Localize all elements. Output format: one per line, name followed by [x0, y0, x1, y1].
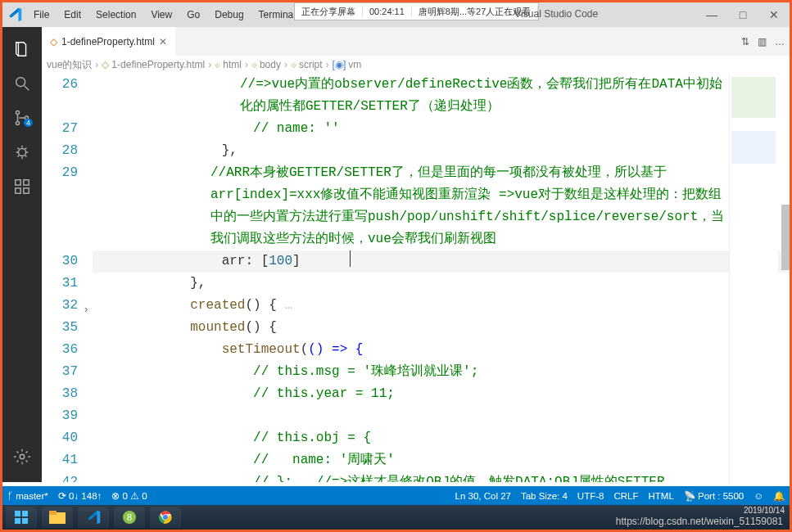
- code-line: //=>vue内置的observer/defineRective函数，会帮我们把…: [93, 74, 790, 118]
- code-line: mounted() {: [93, 317, 790, 339]
- live-server-port[interactable]: 📡 Port : 5500: [684, 490, 744, 502]
- menu-view[interactable]: View: [144, 4, 179, 25]
- svg-rect-12: [22, 511, 28, 516]
- line-number: 36: [42, 339, 78, 361]
- breadcrumb: vue的知识 › ◇1-defineProperty.html › ⟐html …: [42, 56, 790, 74]
- menu-go[interactable]: Go: [180, 4, 206, 25]
- minimap[interactable]: [729, 74, 778, 482]
- debug-icon[interactable]: [2, 135, 42, 169]
- svg-rect-6: [16, 180, 20, 185]
- chrome-icon[interactable]: [150, 507, 181, 528]
- breadcrumb-html[interactable]: ⟐html: [215, 59, 242, 70]
- line-number: 28: [42, 140, 78, 162]
- vscode-logo-icon: [2, 2, 27, 27]
- fold-chevron-icon[interactable]: ›: [83, 299, 89, 321]
- line-number: 32›: [42, 295, 78, 317]
- svg-point-10: [20, 454, 25, 459]
- svg-point-0: [16, 78, 25, 87]
- git-sync[interactable]: ⟳ 0↓ 148↑: [58, 490, 102, 502]
- svg-rect-16: [49, 511, 57, 515]
- git-branch[interactable]: ᚶ master*: [7, 491, 48, 501]
- line-number: 27: [42, 118, 78, 140]
- share-status-strip: 正在分享屏幕 00:24:11 唐明辉8期...等27人正在观看: [294, 2, 539, 20]
- code-line-active: arr: [100]: [93, 250, 790, 273]
- editor[interactable]: 26 27 28 29 30 31 32› 35 36 37 38 39 40 …: [42, 74, 790, 482]
- app-icon[interactable]: 8: [114, 507, 145, 528]
- svg-rect-11: [15, 511, 20, 516]
- code-line: },: [93, 273, 790, 295]
- file-explorer-icon[interactable]: [42, 507, 73, 528]
- minimap-section: [731, 77, 776, 118]
- line-number: 42: [42, 471, 78, 482]
- vscode-taskbar-icon[interactable]: [78, 507, 109, 528]
- activity-bar: 4: [2, 27, 42, 482]
- extensions-icon[interactable]: [2, 169, 42, 204]
- breadcrumb-file[interactable]: ◇1-defineProperty.html: [102, 59, 205, 70]
- vertical-scrollbar[interactable]: [781, 205, 790, 270]
- breadcrumb-html-label: html: [223, 59, 242, 70]
- tab-label: 1-defineProperty.html: [61, 36, 155, 47]
- code-area[interactable]: //=>vue内置的observer/defineRective函数，会帮我们把…: [93, 74, 790, 482]
- menu-edit[interactable]: Edit: [57, 4, 88, 25]
- code-line: setTimeout(() => {: [93, 339, 790, 361]
- tab-defineproperty[interactable]: ◇ 1-defineProperty.html ✕: [42, 27, 175, 56]
- svg-rect-8: [24, 188, 29, 193]
- problems[interactable]: ⊗ 0 ⚠ 0: [111, 490, 147, 502]
- breadcrumb-vm[interactable]: [◉]vm: [333, 59, 362, 70]
- folded-icon[interactable]: …: [277, 298, 292, 313]
- t: mounted: [96, 320, 245, 335]
- line-number: 41: [42, 449, 78, 471]
- line-number: 37: [42, 361, 78, 383]
- menu-debug[interactable]: Debug: [208, 4, 250, 25]
- source-control-icon[interactable]: 4: [2, 101, 42, 135]
- cursor-position[interactable]: Ln 30, Col 27: [455, 491, 511, 501]
- compare-icon[interactable]: ⇅: [741, 36, 749, 47]
- maximize-button[interactable]: □: [727, 2, 758, 27]
- breadcrumb-script[interactable]: ⟐script: [291, 59, 323, 70]
- menu-file[interactable]: File: [27, 4, 56, 25]
- notifications-icon[interactable]: 🔔: [773, 490, 785, 502]
- breadcrumb-file-label: 1-defineProperty.html: [111, 59, 205, 70]
- split-editor-icon[interactable]: ▥: [758, 36, 767, 47]
- explorer-icon[interactable]: [2, 32, 42, 66]
- code-line: //ARR本身被GETTER/SETTER了，但是里面的每一项都没有被处理，所以…: [93, 162, 790, 250]
- line-number: 29: [42, 162, 78, 250]
- minimize-button[interactable]: —: [696, 2, 727, 27]
- port-label: Port : 5500: [698, 491, 744, 501]
- line-number: 39: [42, 405, 78, 427]
- svg-rect-7: [16, 188, 20, 193]
- line-number: 30: [42, 250, 78, 273]
- scm-badge: 4: [24, 119, 33, 127]
- breadcrumb-body-label: body: [260, 59, 281, 70]
- more-actions-icon[interactable]: …: [775, 36, 785, 47]
- menu-selection[interactable]: Selection: [89, 4, 143, 25]
- search-icon[interactable]: [2, 66, 42, 101]
- svg-rect-14: [22, 518, 28, 524]
- start-button[interactable]: [6, 507, 37, 528]
- breadcrumb-folder[interactable]: vue的知识: [47, 58, 92, 72]
- close-tab-icon[interactable]: ✕: [159, 36, 167, 47]
- tab-size[interactable]: Tab Size: 4: [521, 491, 568, 501]
- t: () {: [245, 320, 276, 335]
- t: () {: [245, 298, 276, 313]
- feedback-icon[interactable]: ☺: [754, 491, 763, 501]
- share-timer: 00:24:11: [363, 7, 412, 16]
- svg-point-2: [16, 111, 19, 115]
- menu-bar: File Edit Selection View Go Debug Termin…: [27, 4, 337, 25]
- svg-point-3: [16, 121, 19, 124]
- windows-taskbar: 8 https://blog.csdn.net/weixin_51159081 …: [2, 505, 790, 530]
- t: arr: [: [96, 254, 269, 268]
- line-number: 38: [42, 383, 78, 405]
- close-window-button[interactable]: ✕: [758, 2, 790, 27]
- language-mode[interactable]: HTML: [648, 491, 673, 501]
- breadcrumb-body[interactable]: ⟐body: [251, 59, 281, 70]
- code-line: // this.obj = {: [93, 427, 790, 449]
- svg-point-5: [18, 148, 25, 156]
- code-line: // this.msg = '珠峰培训就业课';: [93, 361, 790, 383]
- encoding[interactable]: UTF-8: [577, 491, 604, 501]
- html-file-icon: ◇: [50, 36, 57, 47]
- minimap-section: [731, 131, 776, 164]
- settings-gear-icon[interactable]: [2, 440, 42, 474]
- breadcrumb-sep: ›: [326, 59, 329, 70]
- eol[interactable]: CRLF: [613, 491, 638, 501]
